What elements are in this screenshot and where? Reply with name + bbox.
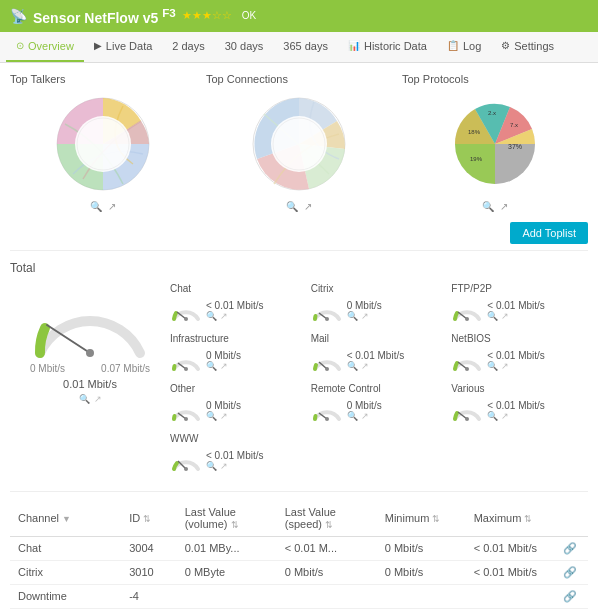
- total-gauge-zoom[interactable]: 🔍: [79, 394, 90, 404]
- lv-spd-sort-icon: ⇅: [325, 520, 333, 530]
- star-rating: ★★★☆☆: [182, 9, 232, 22]
- svg-point-29: [325, 417, 329, 421]
- row-downtime-channel: Downtime: [10, 584, 121, 608]
- row-ftp-id: 3002: [121, 608, 177, 612]
- table-row: Downtime -4 🔗: [10, 584, 588, 608]
- row-downtime-action[interactable]: 🔗: [555, 584, 588, 608]
- connections-actions: 🔍 ↗: [206, 201, 392, 212]
- row-ftp-channel: FTP/P2P: [10, 608, 121, 612]
- nav-live-data[interactable]: ▶ Live Data: [84, 32, 162, 62]
- sensor-icon: 📡: [10, 8, 27, 24]
- gauge-chat-row: < 0.01 Mbit/s 🔍 ↗: [170, 295, 307, 327]
- gauge-chat: Chat < 0.01 Mbit/s 🔍 ↗: [170, 283, 307, 327]
- gauge-remote-export[interactable]: ↗: [361, 411, 369, 421]
- talkers-export-icon[interactable]: ↗: [108, 201, 116, 212]
- connections-zoom-icon[interactable]: 🔍: [286, 201, 298, 212]
- nav-365days[interactable]: 365 days: [273, 32, 338, 62]
- svg-point-15: [184, 317, 188, 321]
- row-downtime-max: [466, 584, 555, 608]
- talkers-svg: [53, 94, 153, 194]
- gauge-mail: Mail < 0.01 Mbit/s 🔍 ↗: [311, 333, 448, 377]
- mini-gauges-grid: Chat < 0.01 Mbit/s 🔍 ↗: [170, 283, 588, 427]
- gauge-www-value: < 0.01 Mbit/s: [206, 450, 264, 461]
- navbar: ⊙ Overview ▶ Live Data 2 days 30 days 36…: [0, 32, 598, 63]
- historic-icon: 📊: [348, 40, 360, 51]
- add-toplist-button[interactable]: Add Toplist: [510, 222, 588, 244]
- gauge-infra-value: 0 Mbit/s: [206, 350, 241, 361]
- gauge-citrix-export[interactable]: ↗: [361, 311, 369, 321]
- svg-point-25: [465, 367, 469, 371]
- gauge-www-zoom[interactable]: 🔍: [206, 461, 217, 471]
- gauge-chat-export[interactable]: ↗: [220, 311, 228, 321]
- row-chat-id: 3004: [121, 536, 177, 560]
- gauge-various-zoom[interactable]: 🔍: [487, 411, 498, 421]
- gauge-remote-row: 0 Mbit/s 🔍 ↗: [311, 395, 448, 427]
- gauge-www-export[interactable]: ↗: [220, 461, 228, 471]
- col-lastval-spd-header[interactable]: Last Value(speed) ⇅: [277, 500, 377, 537]
- gauge-mail-row: < 0.01 Mbit/s 🔍 ↗: [311, 345, 448, 377]
- gauge-citrix-name: Citrix: [311, 283, 448, 294]
- gauge-various-export[interactable]: ↗: [501, 411, 509, 421]
- gauge-infra-export[interactable]: ↗: [220, 361, 228, 371]
- citrix-link-icon[interactable]: 🔗: [563, 566, 577, 578]
- gauges-section: Total 0 Mbit/s 0.07 Mbit/s 0.01 Mbit/s: [10, 250, 588, 477]
- gauge-ftp-value: < 0.01 Mbit/s: [487, 300, 545, 311]
- gauge-ftp-name: FTP/P2P: [451, 283, 588, 294]
- nav-30days[interactable]: 30 days: [215, 32, 274, 62]
- gauge-other-value: 0 Mbit/s: [206, 400, 241, 411]
- total-gauge-value: 0.01 Mbit/s: [63, 378, 117, 390]
- nav-30days-label: 30 days: [225, 40, 264, 52]
- gauge-mail-export[interactable]: ↗: [361, 361, 369, 371]
- gauge-citrix-zoom[interactable]: 🔍: [347, 311, 358, 321]
- gauge-citrix-svg: [311, 295, 343, 327]
- version-superscript: F3: [162, 6, 176, 19]
- col-max-header[interactable]: Maximum ⇅: [466, 500, 555, 537]
- gauge-netbios-name: NetBIOS: [451, 333, 588, 344]
- gauge-mail-zoom[interactable]: 🔍: [347, 361, 358, 371]
- gauge-various-value: < 0.01 Mbit/s: [487, 400, 545, 411]
- chat-link-icon[interactable]: 🔗: [563, 542, 577, 554]
- row-citrix-action[interactable]: 🔗: [555, 560, 588, 584]
- connections-export-icon[interactable]: ↗: [304, 201, 312, 212]
- nav-overview[interactable]: ⊙ Overview: [6, 32, 84, 62]
- talkers-zoom-icon[interactable]: 🔍: [90, 201, 102, 212]
- row-ftp-action[interactable]: 🔗: [555, 608, 588, 612]
- gauge-mail-name: Mail: [311, 333, 448, 344]
- nav-historic[interactable]: 📊 Historic Data: [338, 32, 437, 62]
- top-connections-title: Top Connections: [206, 73, 392, 85]
- row-chat-lv-vol: 0.01 MBy...: [177, 536, 277, 560]
- gauge-other-row: 0 Mbit/s 🔍 ↗: [170, 395, 307, 427]
- gauge-ftp-export[interactable]: ↗: [501, 311, 509, 321]
- nav-365days-label: 365 days: [283, 40, 328, 52]
- gauge-chat-zoom[interactable]: 🔍: [206, 311, 217, 321]
- app-title: Sensor NetFlow v5 F3: [33, 6, 176, 26]
- svg-point-33: [184, 467, 188, 471]
- col-min-header[interactable]: Minimum ⇅: [377, 500, 466, 537]
- col-channel-header[interactable]: Channel ▼: [10, 500, 121, 537]
- gauge-other-name: Other: [170, 383, 307, 394]
- gauge-infra-zoom[interactable]: 🔍: [206, 361, 217, 371]
- nav-log[interactable]: 📋 Log: [437, 32, 491, 62]
- gauge-netbios-zoom[interactable]: 🔍: [487, 361, 498, 371]
- gauge-ftp-zoom[interactable]: 🔍: [487, 311, 498, 321]
- gauge-remote-zoom[interactable]: 🔍: [347, 411, 358, 421]
- gauge-other-zoom[interactable]: 🔍: [206, 411, 217, 421]
- protocols-export-icon[interactable]: ↗: [500, 201, 508, 212]
- nav-2days[interactable]: 2 days: [162, 32, 214, 62]
- gauge-ftp-svg: [451, 295, 483, 327]
- title-text: Sensor NetFlow v5: [33, 10, 158, 26]
- row-chat-action[interactable]: 🔗: [555, 536, 588, 560]
- nav-settings[interactable]: ⚙ Settings: [491, 32, 564, 62]
- gauge-other-export[interactable]: ↗: [220, 411, 228, 421]
- gauge-netbios: NetBIOS < 0.01 Mbit/s 🔍 ↗: [451, 333, 588, 377]
- col-id-header[interactable]: ID ⇅: [121, 500, 177, 537]
- gauge-netbios-export[interactable]: ↗: [501, 361, 509, 371]
- protocols-zoom-icon[interactable]: 🔍: [482, 201, 494, 212]
- gauge-various-name: Various: [451, 383, 588, 394]
- row-citrix-max: < 0.01 Mbit/s: [466, 560, 555, 584]
- downtime-link-icon[interactable]: 🔗: [563, 590, 577, 602]
- gauge-other: Other 0 Mbit/s 🔍 ↗: [170, 383, 307, 427]
- col-lastval-vol-header[interactable]: Last Value(volume) ⇅: [177, 500, 277, 537]
- total-gauge-export[interactable]: ↗: [94, 394, 102, 404]
- talkers-actions: 🔍 ↗: [10, 201, 196, 212]
